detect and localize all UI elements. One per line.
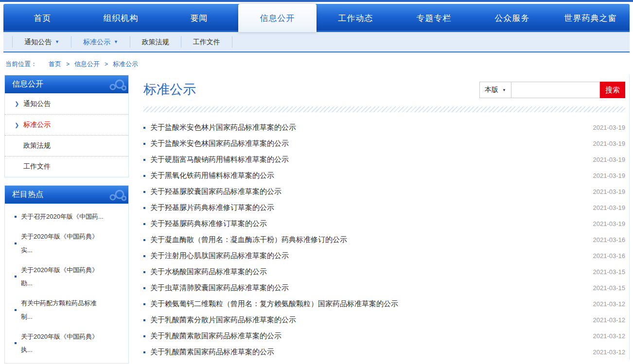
news-date: 2021-03-19 [593, 220, 626, 227]
top-nav-tab[interactable]: 要闻 [160, 4, 238, 32]
news-row[interactable]: 关于水杨酸国家药品标准草案的公示2021-03-15 [143, 264, 625, 280]
bullet-icon [143, 191, 145, 193]
breadcrumb-link[interactable]: 信息公开 [74, 60, 100, 69]
search-button[interactable]: 搜索 [600, 82, 625, 98]
sidebar-menu-item-label: 标准公示 [23, 121, 51, 129]
hot-topic-item[interactable]: 关于2020年版《中国药典》实... [5, 226, 128, 260]
sub-navigation-bar: 通知公告▼标准公示▼政策法规工作文件 [3, 32, 630, 52]
top-nav-tab[interactable]: 信息公开 [238, 4, 316, 32]
news-title-link[interactable]: 关于盐酸米安色林片国家药品标准草案的公示 [150, 123, 585, 132]
hot-topic-title: 关于2020年版《中国药典》执... [21, 330, 106, 357]
sub-nav-item[interactable]: 政策法规 [130, 36, 181, 48]
news-row[interactable]: 关于黑氧化铁药用辅料标准草案的公示2021-03-19 [143, 168, 625, 184]
news-title-link[interactable]: 关于乳酸菌素散国家药品标准草案的公示 [150, 331, 585, 341]
news-date: 2021-03-19 [593, 172, 626, 179]
news-date: 2021-03-19 [593, 124, 626, 131]
top-nav-tab[interactable]: 世界药典之窗 [551, 4, 630, 32]
sidebar-section-info-header: 信息公开 [5, 75, 128, 93]
news-title-link[interactable]: 关于硬脂富马酸钠药用辅料标准草案的公示 [150, 155, 585, 164]
top-nav-tab[interactable]: 公众服务 [473, 4, 551, 32]
hot-topic-title: 关于2020年版《中国药典》勘... [21, 263, 106, 290]
top-nav-tab[interactable]: 组织机构 [82, 4, 160, 32]
sidebar-menu-item-label: 通知公告 [23, 100, 51, 108]
news-title-link[interactable]: 关于凝血酶散（曾用名：凝血酶冻干粉）药典标准修订的公示 [150, 235, 585, 244]
sidebar-menu-item[interactable]: 工作文件 [5, 156, 128, 177]
hot-topic-item[interactable]: 关于2020年版《中国药典》勘... [5, 260, 128, 294]
search-scope-value: 本版 [485, 86, 498, 94]
arrow-right-icon: ❯ [15, 122, 23, 128]
arrow-right-icon: ❯ [15, 101, 23, 107]
news-title-link[interactable]: 关于盐酸米安色林国家药品标准草案的公示 [150, 139, 585, 148]
page-container: 首页组织机构要闻信息公开工作动态专题专栏公众服务世界药典之窗 通知公告▼标准公示… [3, 4, 630, 364]
news-row[interactable]: 关于羟基脲药典标准修订草案的公示2021-03-19 [143, 216, 625, 232]
bullet-icon [15, 342, 17, 344]
breadcrumb-label: 当前位置： [5, 60, 37, 69]
sidebar-menu-item-label: 工作文件 [23, 162, 51, 171]
news-row[interactable]: 关于硬脂富马酸钠药用辅料标准草案的公示2021-03-19 [143, 152, 625, 168]
chevron-down-icon: ▼ [55, 37, 59, 47]
news-row[interactable]: 关于乳酸菌素分散片国家药品标准草案的公示2021-03-12 [143, 312, 625, 328]
news-title-link[interactable]: 关于羟基脲胶囊国家药品标准草案的公示 [150, 187, 585, 196]
content-area: 信息公开 ❯通知公告❯标准公示政策法规工作文件 栏目热点 [3, 75, 630, 364]
news-date: 2021-03-16 [593, 252, 626, 260]
news-date: 2021-03-15 [593, 268, 626, 276]
bullet-icon [15, 243, 17, 244]
top-nav-tab[interactable]: 首页 [3, 4, 82, 32]
sidebar-section-info-title: 信息公开 [12, 79, 43, 89]
chevron-down-icon: ▼ [502, 88, 506, 92]
news-title-link[interactable]: 关于赖氨葡钙二维颗粒（曾用名：复方赖氨酸颗粒）国家药品标准草案的公示 [150, 299, 585, 309]
sidebar-section-hot-title: 栏目热点 [12, 190, 43, 200]
bullet-icon [143, 143, 145, 145]
news-list: 关于盐酸米安色林片国家药品标准草案的公示2021-03-19关于盐酸米安色林国家… [143, 120, 625, 360]
top-nav-tab[interactable]: 专题专栏 [395, 4, 473, 32]
news-date: 2021-03-15 [593, 284, 626, 292]
sidebar-menu-item[interactable]: 政策法规 [5, 135, 128, 156]
news-title-link[interactable]: 关于乳酸菌素国家药品标准草案的公示 [150, 347, 585, 357]
news-row[interactable]: 关于乳酸菌素国家药品标准草案的公示2021-03-12 [143, 344, 625, 360]
sidebar-menu-item[interactable]: ❯标准公示 [5, 114, 128, 135]
news-row[interactable]: 关于盐酸米安色林国家药品标准草案的公示2021-03-19 [143, 136, 625, 152]
news-title-link[interactable]: 关于水杨酸国家药品标准草案的公示 [150, 267, 585, 277]
breadcrumb-separator: > [105, 61, 108, 68]
search-input[interactable] [511, 82, 600, 98]
bullet-icon [143, 303, 145, 305]
sidebar-menu-item[interactable]: ❯通知公告 [5, 93, 128, 114]
top-navigation-bar: 首页组织机构要闻信息公开工作动态专题专栏公众服务世界药典之窗 [3, 4, 630, 32]
sub-nav-item[interactable]: 通知公告▼ [12, 36, 71, 48]
breadcrumb-link[interactable]: 首页 [49, 60, 61, 69]
bullet-icon [15, 309, 17, 311]
news-date: 2021-03-12 [593, 300, 626, 308]
bullet-icon [143, 335, 145, 337]
news-row[interactable]: 关于羟基脲胶囊国家药品标准草案的公示2021-03-19 [143, 184, 625, 200]
search-scope-select[interactable]: 本版 ▼ [479, 82, 511, 98]
top-nav-tab[interactable]: 工作动态 [316, 4, 395, 32]
news-row[interactable]: 关于凝血酶散（曾用名：凝血酶冻干粉）药典标准修订的公示2021-03-16 [143, 232, 625, 248]
news-row[interactable]: 关于盐酸米安色林片国家药品标准草案的公示2021-03-19 [143, 120, 625, 136]
hot-topic-item[interactable]: 关于召开2020年版《中国药... [5, 207, 128, 226]
sub-nav-item[interactable]: 工作文件 [181, 36, 232, 48]
news-row[interactable]: 关于虫草清肺胶囊国家药品标准草案的公示2021-03-15 [143, 280, 625, 296]
hot-topic-item[interactable]: 关于2020年版《中国药典》执... [5, 327, 128, 360]
news-title-link[interactable]: 关于注射用心肌肽国家药品标准草案的公示 [150, 251, 585, 260]
news-title-link[interactable]: 关于羟基脲药典标准修订草案的公示 [150, 219, 585, 228]
news-date: 2021-03-16 [593, 236, 626, 243]
search-bar: 本版 ▼ 搜索 [479, 82, 625, 98]
sub-nav-item-label: 工作文件 [193, 37, 220, 47]
bullet-icon [143, 175, 145, 177]
hot-topic-title: 关于2020年版《中国药典》实... [21, 230, 106, 257]
news-row[interactable]: 关于乳酸菌素散国家药品标准草案的公示2021-03-12 [143, 328, 625, 344]
sub-nav-item[interactable]: 标准公示▼ [71, 36, 130, 48]
bullet-icon [15, 276, 17, 277]
news-title-link[interactable]: 关于羟基脲片药典标准修订草案的公示 [150, 203, 585, 212]
bullet-icon [143, 271, 145, 273]
news-title-link[interactable]: 关于虫草清肺胶囊国家药品标准草案的公示 [150, 283, 585, 293]
bullet-icon [143, 127, 145, 129]
news-row[interactable]: 关于注射用心肌肽国家药品标准草案的公示2021-03-16 [143, 248, 625, 264]
breadcrumb-link[interactable]: 标准公示 [113, 60, 138, 69]
hot-topic-title: 关于召开2020年版《中国药... [21, 210, 106, 223]
news-row[interactable]: 关于赖氨葡钙二维颗粒（曾用名：复方赖氨酸颗粒）国家药品标准草案的公示2021-0… [143, 296, 625, 312]
news-title-link[interactable]: 关于黑氧化铁药用辅料标准草案的公示 [150, 171, 585, 180]
news-row[interactable]: 关于羟基脲片药典标准修订草案的公示2021-03-19 [143, 200, 625, 216]
hot-topic-item[interactable]: 有关中药配方颗粒药品标准制... [5, 293, 128, 327]
news-title-link[interactable]: 关于乳酸菌素分散片国家药品标准草案的公示 [150, 315, 585, 325]
